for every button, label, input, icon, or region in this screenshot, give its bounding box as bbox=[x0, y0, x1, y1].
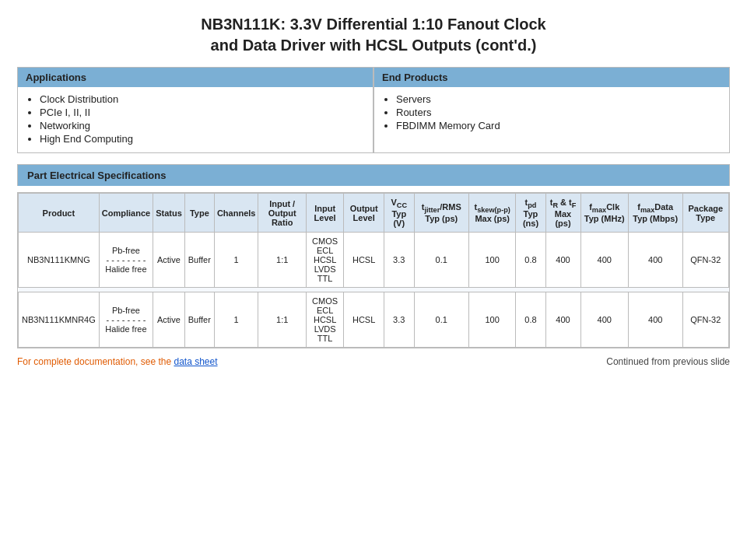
col-tpd: tpd Typ (ns) bbox=[516, 194, 545, 233]
table-cell: 100 bbox=[469, 292, 516, 348]
table-cell: Buffer bbox=[184, 233, 214, 288]
table-cell: 0.8 bbox=[516, 233, 545, 288]
col-status: Status bbox=[153, 194, 185, 233]
footer-left: For complete documentation, see the data… bbox=[17, 356, 218, 367]
col-fmax-data: fmaxData Typ (Mbps) bbox=[628, 194, 682, 233]
col-tskew: tskew(p-p) Max (ps) bbox=[469, 194, 516, 233]
app-item-2: PCIe I, II, II bbox=[40, 107, 365, 118]
table-cell: 400 bbox=[580, 292, 628, 348]
ep-item-2: Routers bbox=[396, 107, 721, 118]
table-cell: 1 bbox=[214, 292, 258, 348]
table-cell: 1 bbox=[214, 233, 258, 288]
table-cell: 400 bbox=[580, 233, 628, 288]
datasheet-link[interactable]: data sheet bbox=[174, 356, 217, 367]
table-cell: NB3N111KMNR4G bbox=[19, 292, 100, 348]
table-cell: Pb-free - - - - - - - - Halide free bbox=[99, 233, 153, 288]
table-cell: 100 bbox=[469, 233, 516, 288]
ep-item-1: Servers bbox=[396, 93, 721, 105]
table-cell: QFN-32 bbox=[682, 292, 728, 348]
info-panels: Applications Clock Distribution PCIe I, … bbox=[17, 67, 730, 153]
table-cell: 400 bbox=[545, 233, 580, 288]
ep-item-3: FBDIMM Memory Card bbox=[396, 120, 721, 131]
spec-table: Product Compliance Status Type Channels … bbox=[18, 193, 729, 348]
page: NB3N111K: 3.3V Differential 1:10 Fanout … bbox=[0, 0, 747, 560]
col-io-ratio: Input / Output Ratio bbox=[258, 194, 307, 233]
col-output-level: Output Level bbox=[344, 194, 384, 233]
table-cell: 1:1 bbox=[258, 233, 307, 288]
end-products-panel: End Products Servers Routers FBDIMM Memo… bbox=[374, 68, 729, 152]
table-cell: 0.1 bbox=[414, 233, 468, 288]
applications-body: Clock Distribution PCIe I, II, II Networ… bbox=[18, 87, 373, 152]
table-cell: QFN-32 bbox=[682, 233, 728, 288]
table-cell: Buffer bbox=[184, 292, 214, 348]
table-cell: Pb-free - - - - - - - - Halide free bbox=[99, 292, 153, 348]
applications-panel: Applications Clock Distribution PCIe I, … bbox=[18, 68, 373, 152]
table-cell: HCSL bbox=[344, 292, 384, 348]
table-row: NB3N111KMNR4GPb-free - - - - - - - - Hal… bbox=[19, 292, 729, 348]
table-cell: Active bbox=[153, 292, 185, 348]
footer: For complete documentation, see the data… bbox=[17, 356, 730, 367]
table-cell: 400 bbox=[628, 233, 682, 288]
col-channels: Channels bbox=[214, 194, 258, 233]
table-header-row: Product Compliance Status Type Channels … bbox=[19, 194, 729, 233]
col-trf: tR & tF Max (ps) bbox=[545, 194, 580, 233]
table-cell: 0.8 bbox=[516, 292, 545, 348]
table-cell: HCSL bbox=[344, 233, 384, 288]
table-cell: Active bbox=[153, 233, 185, 288]
col-tjitter: tjitter/RMS Typ (ps) bbox=[414, 194, 468, 233]
part-electrical-header: Part Electrical Specifications bbox=[17, 164, 730, 186]
table-cell: CMOS ECL HCSL LVDS TTL bbox=[306, 292, 343, 348]
col-compliance: Compliance bbox=[99, 194, 153, 233]
col-vcc: VCC Typ (V) bbox=[384, 194, 415, 233]
footer-right: Continued from previous slide bbox=[606, 356, 730, 367]
spec-table-wrap: Product Compliance Status Type Channels … bbox=[17, 192, 730, 348]
table-cell: NB3N111KMNG bbox=[19, 233, 100, 288]
table-cell: 400 bbox=[545, 292, 580, 348]
page-title: NB3N111K: 3.3V Differential 1:10 Fanout … bbox=[17, 14, 730, 56]
table-cell: 400 bbox=[628, 292, 682, 348]
col-input-level: Input Level bbox=[306, 194, 343, 233]
col-pkg: Package Type bbox=[682, 194, 728, 233]
table-cell: 0.1 bbox=[414, 292, 468, 348]
end-products-body: Servers Routers FBDIMM Memory Card bbox=[374, 87, 729, 139]
table-cell: CMOS ECL HCSL LVDS TTL bbox=[306, 233, 343, 288]
col-type: Type bbox=[184, 194, 214, 233]
app-item-4: High End Computing bbox=[40, 133, 365, 145]
applications-header: Applications bbox=[18, 68, 373, 87]
app-item-1: Clock Distribution bbox=[40, 93, 365, 105]
app-item-3: Networking bbox=[40, 120, 365, 131]
col-fmax-clk: fmaxClk Typ (MHz) bbox=[580, 194, 628, 233]
table-cell: 1:1 bbox=[258, 292, 307, 348]
end-products-header: End Products bbox=[374, 68, 729, 87]
table-cell: 3.3 bbox=[384, 233, 415, 288]
col-product: Product bbox=[19, 194, 100, 233]
table-cell: 3.3 bbox=[384, 292, 415, 348]
table-row: NB3N111KMNGPb-free - - - - - - - - Halid… bbox=[19, 233, 729, 288]
